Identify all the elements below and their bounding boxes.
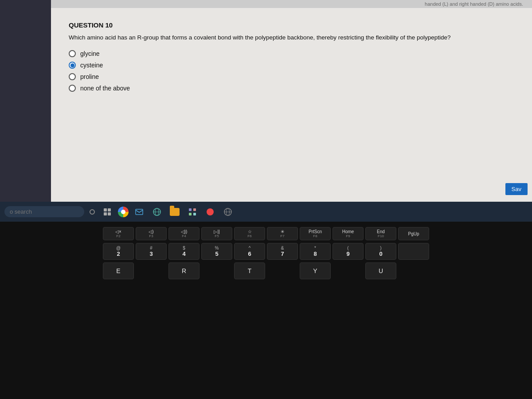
radio-cysteine[interactable] (69, 62, 76, 69)
key-spacer-3 (267, 262, 298, 279)
save-button-area: Sav (505, 183, 528, 195)
key-f2-sub: F2 (116, 234, 120, 238)
radio-none-of-the-above[interactable] (69, 85, 76, 92)
key-extra[interactable] (398, 243, 429, 260)
letter-row: E R T Y U (9, 262, 523, 279)
key-pgup[interactable]: PgUp (398, 227, 429, 240)
radio-cysteine-fill (70, 63, 74, 67)
key-6-bottom: 6 (248, 250, 251, 257)
left-sidebar (0, 0, 51, 222)
key-f5[interactable]: ▷|| F5 (201, 227, 232, 240)
key-f3[interactable]: ◁) F3 (136, 227, 167, 240)
svg-rect-2 (104, 212, 107, 215)
option-glycine[interactable]: glycine (69, 50, 514, 57)
key-f5-sub: F5 (215, 234, 219, 238)
key-y[interactable]: Y (300, 262, 331, 279)
option-label-cysteine: cysteine (80, 62, 103, 69)
key-2[interactable]: @ 2 (103, 243, 134, 260)
key-f3-sub: F3 (149, 234, 153, 238)
key-3[interactable]: # 3 (136, 243, 167, 260)
key-6-top: ^ (249, 246, 251, 250)
main-content: handed (L) and right handed (D) amino ac… (51, 0, 532, 222)
folder-icon[interactable] (168, 205, 182, 219)
key-f7-main: ✳ (281, 229, 284, 234)
question-number: QUESTION 10 (69, 21, 514, 29)
key-f5-main: ▷|| (214, 229, 219, 234)
apps-icon[interactable] (185, 205, 200, 219)
key-9-top: ( (347, 246, 348, 250)
folder-shape (170, 208, 180, 216)
fn-row: ◁× F2 ◁) F3 ◁)) F4 ▷|| F5 ☆ F6 ✳ F7 PrtS… (9, 227, 523, 240)
key-7-bottom: 7 (281, 250, 284, 257)
key-t[interactable]: T (234, 262, 265, 279)
option-none-of-the-above[interactable]: none of the above (69, 85, 514, 92)
svg-point-12 (207, 208, 214, 215)
key-f7[interactable]: ✳ F7 (267, 227, 298, 240)
globe2-icon[interactable] (221, 205, 235, 219)
taskbar-search-input[interactable] (4, 206, 84, 217)
screen-area: handed (L) and right handed (D) amino ac… (0, 0, 532, 222)
key-pgup-main: PgUp (408, 231, 419, 236)
top-strip: handed (L) and right handed (D) amino ac… (51, 0, 532, 8)
svg-rect-10 (189, 213, 192, 215)
key-u-label: U (379, 267, 383, 274)
question-text: Which amino acid has an R-group that for… (69, 33, 490, 42)
key-f6[interactable]: ☆ F6 (234, 227, 265, 240)
key-u[interactable]: U (365, 262, 396, 279)
key-e-label: E (116, 267, 120, 274)
key-8[interactable]: * 8 (300, 243, 331, 260)
key-f6-sub: F6 (247, 234, 251, 238)
key-spacer-4 (332, 262, 364, 279)
key-5[interactable]: % 5 (201, 243, 232, 260)
key-e[interactable]: E (103, 262, 134, 279)
key-4[interactable]: $ 4 (168, 243, 200, 260)
key-f10-sub: F10 (378, 234, 384, 238)
key-f8[interactable]: PrtScn F8 (300, 227, 331, 240)
key-f2[interactable]: ◁× F2 (103, 227, 134, 240)
key-f4[interactable]: ◁)) F4 (168, 227, 200, 240)
key-2-bottom: 2 (117, 250, 120, 257)
radio-glycine[interactable] (69, 50, 76, 57)
key-4-top: $ (183, 246, 185, 250)
key-9[interactable]: ( 9 (332, 243, 364, 260)
key-0[interactable]: ) 0 (365, 243, 396, 260)
key-0-bottom: 0 (379, 250, 382, 257)
option-cysteine[interactable]: cysteine (69, 62, 514, 69)
globe-icon[interactable] (150, 205, 164, 219)
svg-rect-3 (108, 212, 111, 215)
key-r-label: R (182, 267, 186, 274)
top-text: handed (L) and right handed (D) amino ac… (425, 1, 523, 7)
key-f7-sub: F7 (280, 234, 284, 238)
key-2-top: @ (116, 246, 121, 250)
task-view-button[interactable] (100, 205, 114, 219)
radio-proline[interactable] (69, 73, 76, 80)
key-f9[interactable]: Home F9 (332, 227, 364, 240)
key-spacer-1 (136, 262, 167, 279)
key-f10[interactable]: End F10 (365, 227, 396, 240)
save-button[interactable]: Sav (505, 183, 528, 195)
option-proline[interactable]: proline (69, 73, 514, 80)
key-y-label: Y (313, 267, 317, 274)
key-3-top: # (150, 246, 153, 250)
key-7[interactable]: & 7 (267, 243, 298, 260)
red-circle-icon[interactable] (203, 205, 217, 219)
key-f10-main: End (377, 229, 385, 234)
options-list: glycine cysteine proline none of the (69, 50, 514, 92)
key-r[interactable]: R (168, 262, 200, 279)
key-f3-main: ◁) (149, 229, 153, 234)
key-5-top: % (215, 246, 219, 250)
key-spacer-5 (398, 262, 429, 279)
windows-button[interactable] (90, 209, 95, 215)
key-6[interactable]: ^ 6 (234, 243, 265, 260)
chrome-icon[interactable] (118, 207, 129, 217)
key-f4-sub: F4 (182, 234, 186, 238)
svg-rect-11 (193, 213, 196, 215)
email-icon[interactable] (132, 205, 146, 219)
svg-rect-8 (189, 208, 192, 211)
svg-rect-0 (104, 208, 107, 211)
key-f9-sub: F9 (346, 234, 350, 238)
svg-rect-9 (193, 208, 196, 211)
keyboard-area: ◁× F2 ◁) F3 ◁)) F4 ▷|| F5 ☆ F6 ✳ F7 PrtS… (0, 222, 532, 399)
key-t-label: T (248, 267, 252, 274)
key-3-bottom: 3 (149, 250, 153, 257)
